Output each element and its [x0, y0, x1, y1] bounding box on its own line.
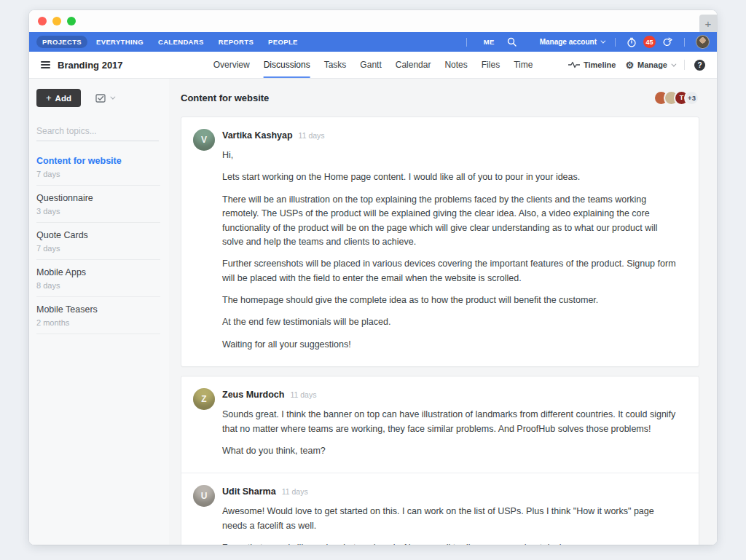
topic-title[interactable]: Questionnaire — [36, 193, 160, 203]
top-navigation: PROJECTS EVERYTHING CALENDARS REPORTS PE… — [29, 32, 717, 52]
participant-avatars: T +3 — [659, 90, 699, 106]
topic-list-item[interactable]: Questionnaire 3 days — [36, 186, 160, 223]
timestamp: 11 days — [299, 131, 325, 140]
top-nav-item[interactable]: PROJECTS — [36, 36, 87, 48]
post-paragraph: The homepage should give the complete id… — [222, 293, 681, 307]
author-name[interactable]: Udit Sharma — [222, 486, 276, 497]
discussion-post: V Vartika Kashyap 11 days Hi,Lets start … — [181, 117, 699, 367]
topic-age: 7 days — [36, 170, 160, 178]
post-paragraph: Lets start working on the Home page cont… — [222, 170, 681, 184]
plus-icon: + — [46, 93, 52, 103]
avatar: U — [193, 485, 215, 507]
divider — [466, 38, 467, 47]
close-window-icon[interactable] — [38, 17, 47, 25]
participant-avatar[interactable]: +3 — [684, 90, 699, 106]
project-bar: Branding 2017 Overview Discussions Tasks… — [29, 52, 717, 79]
mark-read-dropdown[interactable] — [95, 93, 114, 103]
timestamp: 11 days — [282, 487, 308, 496]
comment-paragraph: Sounds great. I think the banner on top … — [222, 408, 681, 436]
topic-title[interactable]: Content for website — [36, 156, 160, 166]
minimize-window-icon[interactable] — [52, 17, 61, 25]
comment: Z Zeus Murdoch 11 days Sounds great. I t… — [181, 376, 699, 473]
topic-age: 2 months — [36, 318, 160, 327]
share-arrow-icon[interactable] — [662, 37, 673, 47]
project-tab[interactable]: Gantt — [360, 52, 381, 78]
post-paragraph: Hi, — [222, 149, 681, 162]
project-tab[interactable]: Overview — [213, 52, 250, 78]
topic-age: 3 days — [36, 207, 160, 216]
discussion-title: Content for website — [181, 92, 659, 103]
post-text: Hi,Lets start working on the Home page c… — [222, 149, 681, 352]
avatar: V — [193, 129, 215, 151]
top-nav-item[interactable]: PEOPLE — [262, 36, 304, 48]
discussion-main: Content for website T +3 V — [169, 79, 717, 545]
comment-paragraph: What do you think, team? — [222, 444, 681, 458]
top-nav-item[interactable]: CALENDARS — [152, 36, 210, 48]
top-nav-items: PROJECTS EVERYTHING CALENDARS REPORTS PE… — [36, 36, 462, 48]
zoom-window-icon[interactable] — [67, 17, 76, 25]
comment-paragraph: Zeus, that sounds like a plan. Let me lo… — [222, 541, 681, 545]
timer-icon[interactable] — [627, 37, 637, 47]
pulse-icon — [568, 61, 580, 68]
topic-list-item[interactable]: Quote Cards 7 days — [36, 223, 160, 260]
topics-sidebar: + Add Content for website 7 days — [29, 79, 169, 545]
topic-list-item[interactable]: Mobile Apps 8 days — [36, 260, 160, 297]
avatar: Z — [193, 388, 215, 410]
top-nav-item-me[interactable]: ME — [478, 36, 500, 48]
manage-button[interactable]: ⚙ Manage — [625, 60, 675, 70]
project-tabs: Overview Discussions Tasks Gantt Calenda… — [213, 52, 533, 78]
project-title: Branding 2017 — [58, 60, 123, 71]
window-titlebar: + — [29, 10, 717, 32]
post-paragraph: Waiting for all your suggestions! — [222, 338, 681, 352]
comments-thread: Z Zeus Murdoch 11 days Sounds great. I t… — [181, 376, 699, 545]
project-tab[interactable]: Files — [482, 52, 500, 78]
comment-text: Sounds great. I think the banner on top … — [222, 408, 681, 458]
topic-title[interactable]: Quote Cards — [36, 230, 160, 240]
author-name[interactable]: Vartika Kashyap — [222, 130, 293, 141]
app-window: + PROJECTS EVERYTHING CALENDARS REPORTS … — [29, 10, 717, 545]
comment: U Udit Sharma 11 days Awesome! Would lov… — [181, 473, 699, 545]
traffic-lights — [38, 17, 76, 25]
project-tab[interactable]: Calendar — [396, 52, 431, 78]
gear-icon: ⚙ — [625, 60, 634, 70]
project-tab[interactable]: Tasks — [324, 52, 347, 78]
manage-account-button[interactable]: Manage account — [540, 38, 604, 46]
post-paragraph: There will be an illustration on the top… — [222, 193, 681, 250]
topic-list-item[interactable]: Content for website 7 days — [36, 149, 160, 186]
project-tab[interactable]: Notes — [444, 52, 467, 78]
chevron-down-icon — [671, 61, 676, 66]
divider — [615, 38, 616, 47]
new-tab-button[interactable]: + — [699, 15, 717, 32]
project-tab[interactable]: Time — [514, 52, 533, 78]
comment-text: Awesome! Would love to get started on th… — [222, 505, 681, 545]
top-nav-item[interactable]: REPORTS — [213, 36, 259, 48]
author-name[interactable]: Zeus Murdoch — [222, 390, 284, 400]
add-button[interactable]: + Add — [36, 89, 81, 107]
search-icon[interactable] — [507, 37, 517, 47]
topic-age: 7 days — [36, 244, 160, 253]
post-paragraph: Further screenshots will be placed in va… — [222, 257, 681, 285]
search-topics-input[interactable] — [36, 123, 159, 141]
timeline-button[interactable]: Timeline — [568, 60, 616, 69]
user-avatar[interactable] — [696, 35, 710, 49]
topics-list: Content for website 7 days Questionnaire… — [36, 149, 160, 334]
topic-list-item[interactable]: Mobile Teasers 2 months — [36, 297, 160, 334]
post-paragraph: At the end few testimonials will be plac… — [222, 315, 681, 329]
divider — [684, 38, 685, 47]
timestamp: 11 days — [290, 390, 316, 399]
project-tab[interactable]: Discussions — [264, 52, 310, 78]
chevron-down-icon — [600, 39, 605, 44]
help-button[interactable]: ? — [694, 60, 705, 71]
comment-paragraph: Awesome! Would love to get started on th… — [222, 505, 681, 533]
topic-title[interactable]: Mobile Teasers — [36, 304, 160, 315]
topic-title[interactable]: Mobile Apps — [36, 267, 160, 277]
hamburger-menu-icon[interactable] — [41, 61, 50, 68]
checkbox-icon — [95, 93, 107, 103]
chevron-down-icon — [111, 95, 116, 100]
topic-age: 8 days — [36, 281, 160, 290]
top-nav-item[interactable]: EVERYTHING — [90, 36, 149, 48]
notification-badge[interactable]: 45 — [643, 36, 656, 48]
divider — [684, 60, 685, 70]
